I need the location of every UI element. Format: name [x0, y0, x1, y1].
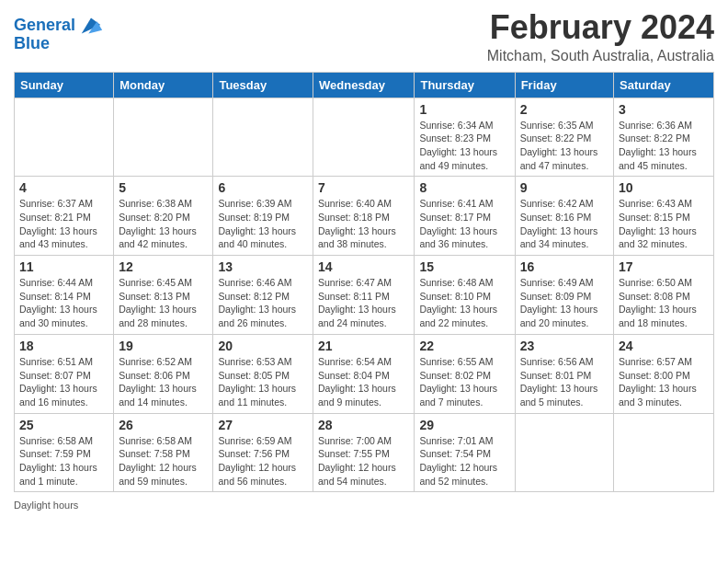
col-header-tuesday: Tuesday — [213, 72, 313, 98]
cell-info-text: Sunrise: 6:44 AM Sunset: 8:14 PM Dayligh… — [19, 276, 108, 330]
logo-text: General — [14, 17, 75, 35]
cell-day-number: 26 — [119, 418, 208, 432]
calendar-cell: 21Sunrise: 6:54 AM Sunset: 8:04 PM Dayli… — [313, 334, 415, 413]
calendar-week-1: 1Sunrise: 6:34 AM Sunset: 8:23 PM Daylig… — [15, 98, 714, 177]
cell-day-number: 6 — [218, 180, 308, 195]
calendar-cell: 11Sunrise: 6:44 AM Sunset: 8:14 PM Dayli… — [15, 256, 114, 335]
cell-day-number: 15 — [419, 259, 509, 274]
cell-info-text: Sunrise: 6:58 AM Sunset: 7:59 PM Dayligh… — [19, 434, 108, 488]
calendar-cell: 1Sunrise: 6:34 AM Sunset: 8:23 PM Daylig… — [415, 98, 515, 177]
calendar-week-5: 25Sunrise: 6:58 AM Sunset: 7:59 PM Dayli… — [15, 413, 714, 492]
title-block: February 2024 Mitcham, South Australia, … — [487, 9, 714, 64]
cell-info-text: Sunrise: 6:52 AM Sunset: 8:06 PM Dayligh… — [119, 355, 208, 409]
calendar-week-2: 4Sunrise: 6:37 AM Sunset: 8:21 PM Daylig… — [15, 177, 714, 256]
cell-day-number: 12 — [119, 259, 208, 274]
calendar-cell: 28Sunrise: 7:00 AM Sunset: 7:55 PM Dayli… — [313, 413, 415, 492]
cell-day-number: 25 — [19, 418, 108, 432]
cell-info-text: Sunrise: 6:35 AM Sunset: 8:22 PM Dayligh… — [520, 119, 609, 173]
calendar-cell — [114, 98, 213, 177]
col-header-thursday: Thursday — [415, 72, 515, 98]
calendar-cell: 2Sunrise: 6:35 AM Sunset: 8:22 PM Daylig… — [515, 98, 613, 177]
calendar-cell: 23Sunrise: 6:56 AM Sunset: 8:01 PM Dayli… — [515, 334, 613, 413]
cell-day-number: 11 — [19, 259, 108, 274]
calendar-week-3: 11Sunrise: 6:44 AM Sunset: 8:14 PM Dayli… — [15, 256, 714, 335]
cell-info-text: Sunrise: 6:41 AM Sunset: 8:17 PM Dayligh… — [419, 197, 509, 251]
calendar-cell: 16Sunrise: 6:49 AM Sunset: 8:09 PM Dayli… — [515, 256, 613, 335]
footer: Daylight hours — [14, 500, 714, 511]
col-header-saturday: Saturday — [614, 72, 714, 98]
calendar-cell: 24Sunrise: 6:57 AM Sunset: 8:00 PM Dayli… — [614, 334, 714, 413]
calendar-cell: 15Sunrise: 6:48 AM Sunset: 8:10 PM Dayli… — [415, 256, 515, 335]
calendar-cell — [313, 98, 415, 177]
cell-info-text: Sunrise: 6:47 AM Sunset: 8:11 PM Dayligh… — [318, 276, 409, 330]
calendar-cell — [15, 98, 114, 177]
cell-info-text: Sunrise: 6:57 AM Sunset: 8:00 PM Dayligh… — [619, 355, 709, 409]
cell-day-number: 19 — [119, 339, 208, 353]
cell-info-text: Sunrise: 6:51 AM Sunset: 8:07 PM Dayligh… — [19, 355, 108, 409]
cell-info-text: Sunrise: 6:46 AM Sunset: 8:12 PM Dayligh… — [218, 276, 308, 330]
cell-day-number: 29 — [419, 418, 509, 432]
cell-info-text: Sunrise: 6:34 AM Sunset: 8:23 PM Dayligh… — [419, 119, 509, 173]
page-header: General Blue February 2024 Mitcham, Sout… — [14, 9, 714, 64]
cell-info-text: Sunrise: 6:55 AM Sunset: 8:02 PM Dayligh… — [419, 355, 509, 409]
calendar-cell: 19Sunrise: 6:52 AM Sunset: 8:06 PM Dayli… — [114, 334, 213, 413]
cell-day-number: 23 — [520, 339, 609, 353]
cell-info-text: Sunrise: 6:49 AM Sunset: 8:09 PM Dayligh… — [520, 276, 609, 330]
cell-info-text: Sunrise: 6:42 AM Sunset: 8:16 PM Dayligh… — [520, 197, 609, 251]
cell-info-text: Sunrise: 6:37 AM Sunset: 8:21 PM Dayligh… — [19, 197, 108, 251]
logo: General Blue — [14, 13, 104, 53]
cell-day-number: 8 — [419, 180, 509, 195]
month-title: February 2024 — [487, 9, 714, 46]
cell-day-number: 22 — [419, 339, 509, 353]
calendar-cell: 27Sunrise: 6:59 AM Sunset: 7:56 PM Dayli… — [213, 413, 313, 492]
cell-info-text: Sunrise: 6:50 AM Sunset: 8:08 PM Dayligh… — [619, 276, 709, 330]
calendar-cell: 17Sunrise: 6:50 AM Sunset: 8:08 PM Dayli… — [614, 256, 714, 335]
cell-info-text: Sunrise: 6:48 AM Sunset: 8:10 PM Dayligh… — [419, 276, 509, 330]
col-header-wednesday: Wednesday — [313, 72, 415, 98]
calendar-cell — [213, 98, 313, 177]
cell-day-number: 14 — [318, 259, 409, 274]
calendar-cell: 5Sunrise: 6:38 AM Sunset: 8:20 PM Daylig… — [114, 177, 213, 256]
col-header-monday: Monday — [114, 72, 213, 98]
calendar-cell: 12Sunrise: 6:45 AM Sunset: 8:13 PM Dayli… — [114, 256, 213, 335]
cell-info-text: Sunrise: 7:00 AM Sunset: 7:55 PM Dayligh… — [318, 434, 409, 488]
cell-day-number: 3 — [619, 102, 709, 117]
daylight-label: Daylight hours — [14, 500, 78, 511]
cell-day-number: 4 — [19, 180, 108, 195]
cell-day-number: 17 — [619, 259, 709, 274]
col-header-sunday: Sunday — [15, 72, 114, 98]
calendar-cell: 9Sunrise: 6:42 AM Sunset: 8:16 PM Daylig… — [515, 177, 613, 256]
calendar-header-row: SundayMondayTuesdayWednesdayThursdayFrid… — [15, 72, 714, 98]
cell-info-text: Sunrise: 6:53 AM Sunset: 8:05 PM Dayligh… — [218, 355, 308, 409]
calendar-cell: 7Sunrise: 6:40 AM Sunset: 8:18 PM Daylig… — [313, 177, 415, 256]
cell-day-number: 13 — [218, 259, 308, 274]
cell-info-text: Sunrise: 6:38 AM Sunset: 8:20 PM Dayligh… — [119, 197, 208, 251]
cell-day-number: 24 — [619, 339, 709, 353]
calendar-cell: 14Sunrise: 6:47 AM Sunset: 8:11 PM Dayli… — [313, 256, 415, 335]
cell-info-text: Sunrise: 6:40 AM Sunset: 8:18 PM Dayligh… — [318, 197, 409, 251]
cell-day-number: 9 — [520, 180, 609, 195]
cell-info-text: Sunrise: 6:36 AM Sunset: 8:22 PM Dayligh… — [619, 119, 709, 173]
cell-info-text: Sunrise: 6:45 AM Sunset: 8:13 PM Dayligh… — [119, 276, 208, 330]
cell-day-number: 10 — [619, 180, 709, 195]
calendar-cell: 8Sunrise: 6:41 AM Sunset: 8:17 PM Daylig… — [415, 177, 515, 256]
calendar-cell: 3Sunrise: 6:36 AM Sunset: 8:22 PM Daylig… — [614, 98, 714, 177]
location-subtitle: Mitcham, South Australia, Australia — [487, 48, 714, 64]
cell-info-text: Sunrise: 6:56 AM Sunset: 8:01 PM Dayligh… — [520, 355, 609, 409]
calendar-week-4: 18Sunrise: 6:51 AM Sunset: 8:07 PM Dayli… — [15, 334, 714, 413]
cell-day-number: 2 — [520, 102, 609, 117]
calendar-cell: 29Sunrise: 7:01 AM Sunset: 7:54 PM Dayli… — [415, 413, 515, 492]
calendar-cell — [614, 413, 714, 492]
calendar-cell: 25Sunrise: 6:58 AM Sunset: 7:59 PM Dayli… — [15, 413, 114, 492]
calendar-cell: 26Sunrise: 6:58 AM Sunset: 7:58 PM Dayli… — [114, 413, 213, 492]
cell-day-number: 5 — [119, 180, 208, 195]
cell-info-text: Sunrise: 6:43 AM Sunset: 8:15 PM Dayligh… — [619, 197, 709, 251]
col-header-friday: Friday — [515, 72, 613, 98]
cell-info-text: Sunrise: 6:58 AM Sunset: 7:58 PM Dayligh… — [119, 434, 208, 488]
cell-day-number: 7 — [318, 180, 409, 195]
calendar-cell: 18Sunrise: 6:51 AM Sunset: 8:07 PM Dayli… — [15, 334, 114, 413]
cell-day-number: 27 — [218, 418, 308, 432]
logo-icon — [78, 13, 104, 39]
calendar-cell — [515, 413, 613, 492]
cell-day-number: 21 — [318, 339, 409, 353]
